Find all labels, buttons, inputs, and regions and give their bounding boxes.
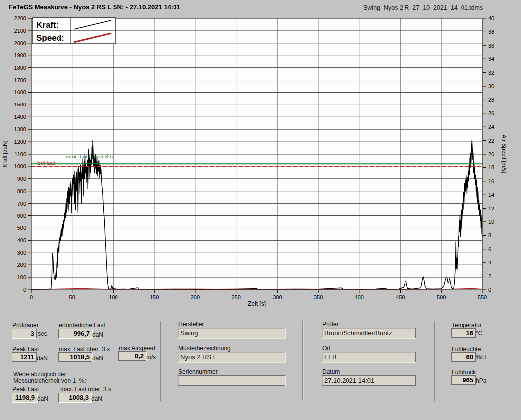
- right-axis-tick-label: 0: [488, 287, 491, 293]
- x-axis-title: Zeit [s]: [248, 300, 266, 307]
- max-airspeed-value[interactable]: 0,2: [118, 351, 146, 361]
- right-axis-tick-label: 30: [488, 83, 494, 89]
- x-axis-tick-label: 200: [191, 294, 200, 300]
- hersteller-input[interactable]: [178, 328, 285, 338]
- right-axis-tick-label: 18: [488, 164, 494, 170]
- pruefdauer-unit: sec: [38, 330, 47, 337]
- left-axis-tick-label: 2000: [14, 40, 26, 46]
- temperatur-value[interactable]: 16: [451, 328, 476, 338]
- x-axis-tick-label: 350: [314, 294, 323, 300]
- pruefer-input[interactable]: [322, 328, 416, 338]
- left-axis-tick-label: 1500: [14, 102, 26, 107]
- chart-svg: Solllastmax. Last über 3 s01002003004005…: [0, 0, 521, 317]
- max-airspeed-unit: m/s: [146, 354, 156, 361]
- right-axis-tick-label: 36: [488, 43, 494, 49]
- left-axis-tick-label: 1400: [14, 114, 26, 120]
- left-axis-tick-label: 1800: [14, 65, 26, 71]
- left-axis-tick-label: 2100: [14, 28, 26, 34]
- erforderliche-last-value[interactable]: 996,7: [58, 329, 92, 338]
- right-axis-tick-label: 38: [488, 29, 494, 35]
- max-last-3s-adj-value[interactable]: 1008,3: [58, 393, 91, 402]
- temperatur-label: Temperatur: [452, 322, 482, 329]
- x-axis-tick-label: 450: [396, 294, 405, 300]
- luftdruck-value[interactable]: 965: [451, 375, 476, 385]
- right-axis-tick-label: 6: [488, 246, 491, 252]
- right-axis-tick-label: 12: [488, 206, 494, 211]
- left-axis-tick-label: 1300: [14, 126, 26, 132]
- left-axis-tick-label: 500: [17, 225, 26, 231]
- x-axis-tick-label: 0: [30, 294, 33, 300]
- left-axis-tick-label: 800: [17, 188, 26, 194]
- max-last-3s-adj-unit: daN: [91, 395, 102, 402]
- max-last-3s-unit: daN: [92, 355, 103, 362]
- luftdruck-label: Luftdruck: [452, 369, 476, 376]
- x-axis-tick-label: 250: [232, 294, 240, 300]
- x-axis-tick-label: 500: [437, 294, 446, 300]
- peak-last-label: Peak Last: [12, 346, 39, 353]
- legend-label-speed: Speed:: [36, 33, 64, 43]
- left-axis-tick-label: 700: [17, 201, 26, 207]
- form-divider-1: [160, 321, 161, 401]
- peak-last-adj-value[interactable]: 1198,9: [12, 393, 37, 402]
- erforderliche-last-label: erforderliche Last: [59, 322, 105, 329]
- right-axis-tick-label: 4: [488, 260, 491, 265]
- left-axis-tick-label: 1600: [14, 89, 26, 95]
- x-axis-tick-label: 400: [355, 294, 364, 300]
- left-axis-tick-label: 0: [23, 287, 26, 293]
- temperatur-unit: °C: [476, 330, 482, 337]
- left-axis-tick-label: 1200: [14, 139, 26, 145]
- luftfeuchte-value[interactable]: 60: [451, 352, 476, 362]
- max-last-3s-value[interactable]: 1018,5: [58, 352, 92, 362]
- right-axis-tick-label: 24: [488, 124, 494, 130]
- right-axis-tick-label: 22: [488, 138, 494, 144]
- max-last-3s-adj-label: max. Last über 3 s: [60, 386, 111, 393]
- left-axis-tick-label: 2200: [14, 15, 26, 21]
- reference-line-label: Solllast: [37, 160, 56, 166]
- left-axis-tick-label: 1100: [14, 151, 26, 157]
- left-axis-tick-label: 900: [17, 176, 26, 182]
- uncertainty-note-line1: Werte abzüglich der: [13, 371, 66, 378]
- erforderliche-last-unit: daN: [92, 331, 103, 338]
- right-axis-tick-label: 40: [488, 15, 494, 21]
- ort-label: Ort: [322, 345, 331, 352]
- max-last-3s-label: max. Last über 3 s: [59, 346, 110, 353]
- left-axis-tick-label: 600: [17, 213, 26, 219]
- musterbezeichnung-input[interactable]: [178, 352, 285, 362]
- left-axis-tick-label: 300: [17, 250, 26, 256]
- musterbezeichnung-label: Musterbezeichnung: [178, 345, 231, 352]
- x-axis-tick-label: 150: [150, 294, 159, 300]
- datum-label: Datum: [322, 368, 340, 375]
- pruefdauer-value[interactable]: 3: [12, 329, 37, 338]
- seriennummer-input[interactable]: [178, 375, 285, 386]
- left-axis-tick-label: 1700: [14, 77, 26, 83]
- right-axis-tick-label: 20: [488, 151, 494, 157]
- max-airspeed-label: max Airspeed: [119, 345, 155, 352]
- x-axis-tick-label: 300: [273, 294, 282, 300]
- pruefdauer-label: Prüfdauer: [12, 322, 39, 329]
- right-axis-title: Air Speed [m/s]: [501, 135, 507, 174]
- form-divider-3: [434, 321, 435, 401]
- uncertainty-note-line2: Messunsicherheit von 1 %:: [13, 377, 86, 384]
- right-axis-tick-label: 2: [488, 273, 491, 279]
- peak-last-adj-unit: daN: [37, 395, 48, 402]
- x-axis-tick-label: 50: [69, 294, 75, 300]
- x-axis-tick-label: 100: [109, 294, 117, 300]
- left-axis-tick-label: 1900: [14, 52, 26, 58]
- datum-input[interactable]: [322, 375, 416, 386]
- luftdruck-unit: hPa: [476, 377, 486, 384]
- messkurve-chart: Solllastmax. Last über 3 s01002003004005…: [0, 0, 521, 317]
- luftfeuchte-unit: %r.F.: [476, 354, 489, 361]
- peak-last-value[interactable]: 1211: [12, 352, 37, 362]
- peak-last-adj-label: Peak Last: [12, 386, 39, 393]
- left-axis-tick-label: 200: [17, 262, 26, 268]
- right-axis-tick-label: 34: [488, 56, 494, 62]
- fetegs-messkurve-window: { "header": { "title": "FeTeGS Messkurve…: [0, 0, 521, 420]
- peak-last-unit: daN: [37, 355, 48, 362]
- legend-label-kraft: Kraft:: [36, 20, 58, 30]
- left-axis-title: Kraft [daN]: [2, 141, 8, 168]
- form-divider-2: [302, 321, 303, 401]
- right-axis-tick-label: 16: [488, 178, 494, 184]
- ort-input[interactable]: [322, 352, 416, 362]
- pruefer-label: Prüfer: [322, 321, 339, 328]
- right-axis-tick-label: 14: [488, 192, 494, 198]
